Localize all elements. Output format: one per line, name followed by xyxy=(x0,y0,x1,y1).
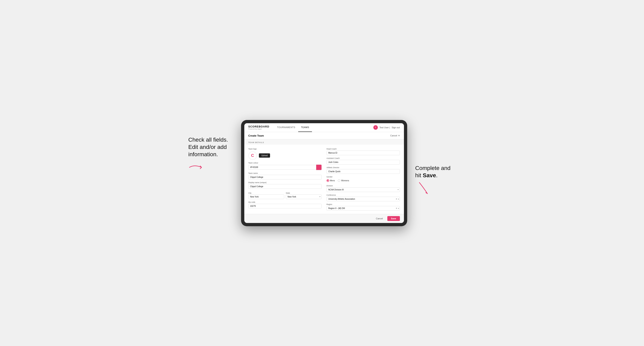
division-group: Division NCAA Division III ▾ xyxy=(326,185,400,192)
city-label: City xyxy=(248,192,252,194)
display-name-input[interactable] xyxy=(248,184,322,189)
display-name-label: Display name (unique) xyxy=(248,181,322,183)
region-label: Region xyxy=(326,203,400,205)
athletic-director-label: Athletic Director xyxy=(326,167,400,169)
head-coach-label: Head Coach xyxy=(326,148,400,150)
conference-label: Conference xyxy=(326,194,400,196)
division-select-wrapper: NCAA Division III ▾ xyxy=(326,187,400,192)
assistant-coach-label: Assistant Coach xyxy=(326,157,400,159)
city-input[interactable] xyxy=(248,194,284,199)
navbar: SCOREBOARD Powered by clippd TOURNAMENTS… xyxy=(244,123,404,132)
annotation-left: Check all fields. Edit and/or add inform… xyxy=(188,120,233,173)
instruction-text-left: Check all fields. Edit and/or add inform… xyxy=(188,136,233,158)
region-group: Region Region II - (M) DIII ✕ ▾ xyxy=(326,203,400,211)
athletic-director-input[interactable] xyxy=(326,169,400,174)
conference-chevron-icon: ▾ xyxy=(398,198,399,200)
state-label: State xyxy=(286,192,290,194)
division-label: Division xyxy=(326,185,400,187)
conference-value: University Athletic Association xyxy=(328,198,355,200)
city-state-group: City State New York ▾ xyxy=(248,191,322,199)
zipcode-input[interactable] xyxy=(248,204,322,208)
gender-group: Gender Mens Womens xyxy=(326,176,400,183)
zipcode-group: Zip code xyxy=(248,201,322,208)
conference-controls: ✕ ▾ xyxy=(396,198,399,200)
state-select[interactable]: New York xyxy=(286,194,322,199)
team-colour-label: Team colour xyxy=(248,162,322,164)
conference-select-wrapper: University Athletic Association ✕ ▾ xyxy=(326,197,400,201)
team-name-input[interactable] xyxy=(248,175,322,179)
logo-circle: C xyxy=(248,151,257,160)
region-clear-icon[interactable]: ✕ xyxy=(396,207,397,209)
region-controls: ✕ ▾ xyxy=(396,207,399,209)
close-icon: ✕ xyxy=(398,134,400,137)
form-area: Team logo C Upload Team colour xyxy=(244,145,404,214)
brand-subtitle: Powered by clippd xyxy=(248,128,270,130)
assistant-coach-input[interactable] xyxy=(326,160,400,165)
right-column: Head Coach Assistant Coach Athletic Dire… xyxy=(326,148,400,211)
form-footer: Cancel Save xyxy=(244,214,404,223)
section-header: TEAM DETAILS xyxy=(244,139,404,145)
upload-button[interactable]: Upload xyxy=(259,153,270,158)
gender-mens-radio[interactable]: Mens xyxy=(326,179,335,182)
cancel-top-button[interactable]: Cancel ✕ xyxy=(390,134,400,137)
team-name-label: Team name xyxy=(248,172,322,174)
conference-clear-icon[interactable]: ✕ xyxy=(396,198,397,200)
brand-title: SCOREBOARD xyxy=(248,125,270,128)
team-colour-input[interactable] xyxy=(248,165,316,170)
region-select-wrapper: Region II - (M) DIII ✕ ▾ xyxy=(326,206,400,211)
brand: SCOREBOARD Powered by clippd xyxy=(248,125,270,130)
arrow-right-icon xyxy=(415,181,432,196)
radio-womens-dot xyxy=(338,179,340,182)
conference-select[interactable]: University Athletic Association xyxy=(326,197,400,201)
radio-mens-dot xyxy=(326,179,329,182)
team-colour-group: Team colour xyxy=(248,162,322,170)
tablet-device: SCOREBOARD Powered by clippd TOURNAMENTS… xyxy=(241,120,407,226)
zipcode-label: Zip code xyxy=(248,201,322,203)
tablet-screen: SCOREBOARD Powered by clippd TOURNAMENTS… xyxy=(244,123,404,223)
user-label: Test User | xyxy=(380,126,390,129)
user-avatar: T xyxy=(373,125,378,130)
state-group: State New York ▾ xyxy=(286,191,322,199)
division-select[interactable]: NCAA Division III xyxy=(326,187,400,192)
team-name-group: Team name xyxy=(248,172,322,179)
city-group: City xyxy=(248,191,284,199)
annotation-right: Complete and hit Save. xyxy=(415,120,456,196)
nav-tournaments[interactable]: TOURNAMENTS xyxy=(274,123,298,132)
head-coach-input[interactable] xyxy=(326,151,400,155)
nav-links: TOURNAMENTS TEAMS xyxy=(274,123,373,132)
region-chevron-icon: ▾ xyxy=(398,207,399,209)
left-column: Team logo C Upload Team colour xyxy=(248,148,322,211)
gender-womens-radio[interactable]: Womens xyxy=(338,179,349,182)
region-value: Region II - (M) DIII xyxy=(328,207,345,209)
region-select[interactable]: Region II - (M) DIII xyxy=(326,206,400,211)
logo-section: C Upload xyxy=(248,151,322,160)
state-select-wrapper: New York ▾ xyxy=(286,194,322,199)
gender-womens-label: Womens xyxy=(341,179,349,182)
page-header: Create Team Cancel ✕ xyxy=(244,132,404,139)
city-state-row: City State New York ▾ xyxy=(248,191,322,199)
display-name-group: Display name (unique) xyxy=(248,181,322,189)
color-row xyxy=(248,165,322,170)
arrow-left-icon xyxy=(188,162,204,173)
head-coach-group: Head Coach xyxy=(326,148,400,155)
athletic-director-group: Athletic Director xyxy=(326,167,400,174)
nav-right: T Test User | Sign out xyxy=(373,125,400,130)
save-button[interactable]: Save xyxy=(387,216,400,221)
nav-teams[interactable]: TEAMS xyxy=(298,123,312,132)
gender-radio-group: Mens Womens xyxy=(326,178,400,183)
gender-label: Gender xyxy=(326,176,400,178)
conference-group: Conference University Athletic Associati… xyxy=(326,194,400,201)
instruction-text-right: Complete and hit Save. xyxy=(415,165,456,179)
cancel-button[interactable]: Cancel xyxy=(373,216,386,221)
team-logo-label: Team logo xyxy=(248,148,322,150)
assistant-coach-group: Assistant Coach xyxy=(326,157,400,165)
gender-mens-label: Mens xyxy=(330,179,335,182)
page-title: Create Team xyxy=(248,134,264,137)
team-logo-group: Team logo C Upload xyxy=(248,148,322,160)
signout-link[interactable]: Sign out xyxy=(392,126,400,129)
logo-letter: C xyxy=(251,153,254,158)
color-swatch[interactable] xyxy=(316,165,322,170)
